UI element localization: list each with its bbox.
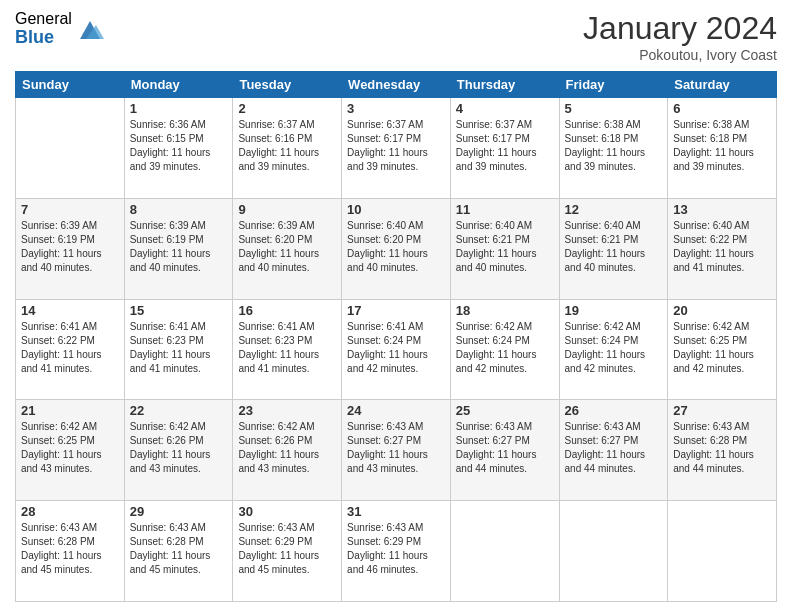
table-row: 4Sunrise: 6:37 AMSunset: 6:17 PMDaylight… [450, 98, 559, 199]
table-row: 8Sunrise: 6:39 AMSunset: 6:19 PMDaylight… [124, 198, 233, 299]
day-info: Sunrise: 6:37 AMSunset: 6:17 PMDaylight:… [456, 118, 554, 174]
table-row: 19Sunrise: 6:42 AMSunset: 6:24 PMDayligh… [559, 299, 668, 400]
day-info: Sunrise: 6:37 AMSunset: 6:17 PMDaylight:… [347, 118, 445, 174]
day-number: 22 [130, 403, 228, 418]
header-wednesday: Wednesday [342, 72, 451, 98]
day-number: 18 [456, 303, 554, 318]
day-info: Sunrise: 6:42 AMSunset: 6:24 PMDaylight:… [456, 320, 554, 376]
logo-icon [76, 15, 104, 43]
table-row: 22Sunrise: 6:42 AMSunset: 6:26 PMDayligh… [124, 400, 233, 501]
table-row: 21Sunrise: 6:42 AMSunset: 6:25 PMDayligh… [16, 400, 125, 501]
header-thursday: Thursday [450, 72, 559, 98]
month-title: January 2024 [583, 10, 777, 47]
day-info: Sunrise: 6:39 AMSunset: 6:19 PMDaylight:… [21, 219, 119, 275]
table-row [450, 501, 559, 602]
logo-text: General Blue [15, 10, 72, 47]
table-row: 13Sunrise: 6:40 AMSunset: 6:22 PMDayligh… [668, 198, 777, 299]
table-row: 31Sunrise: 6:43 AMSunset: 6:29 PMDayligh… [342, 501, 451, 602]
header-sunday: Sunday [16, 72, 125, 98]
day-info: Sunrise: 6:42 AMSunset: 6:26 PMDaylight:… [130, 420, 228, 476]
table-row: 25Sunrise: 6:43 AMSunset: 6:27 PMDayligh… [450, 400, 559, 501]
day-info: Sunrise: 6:43 AMSunset: 6:27 PMDaylight:… [347, 420, 445, 476]
day-info: Sunrise: 6:43 AMSunset: 6:29 PMDaylight:… [347, 521, 445, 577]
table-row [668, 501, 777, 602]
logo-blue: Blue [15, 28, 72, 48]
weekday-header-row: Sunday Monday Tuesday Wednesday Thursday… [16, 72, 777, 98]
table-row: 28Sunrise: 6:43 AMSunset: 6:28 PMDayligh… [16, 501, 125, 602]
table-row: 26Sunrise: 6:43 AMSunset: 6:27 PMDayligh… [559, 400, 668, 501]
day-info: Sunrise: 6:42 AMSunset: 6:25 PMDaylight:… [673, 320, 771, 376]
table-row: 12Sunrise: 6:40 AMSunset: 6:21 PMDayligh… [559, 198, 668, 299]
day-number: 10 [347, 202, 445, 217]
day-info: Sunrise: 6:43 AMSunset: 6:27 PMDaylight:… [456, 420, 554, 476]
table-row: 23Sunrise: 6:42 AMSunset: 6:26 PMDayligh… [233, 400, 342, 501]
day-number: 24 [347, 403, 445, 418]
day-number: 5 [565, 101, 663, 116]
table-row [16, 98, 125, 199]
calendar-week-row: 21Sunrise: 6:42 AMSunset: 6:25 PMDayligh… [16, 400, 777, 501]
day-number: 17 [347, 303, 445, 318]
header-monday: Monday [124, 72, 233, 98]
day-number: 2 [238, 101, 336, 116]
day-number: 23 [238, 403, 336, 418]
day-info: Sunrise: 6:42 AMSunset: 6:26 PMDaylight:… [238, 420, 336, 476]
day-number: 9 [238, 202, 336, 217]
day-info: Sunrise: 6:39 AMSunset: 6:19 PMDaylight:… [130, 219, 228, 275]
table-row: 16Sunrise: 6:41 AMSunset: 6:23 PMDayligh… [233, 299, 342, 400]
table-row: 9Sunrise: 6:39 AMSunset: 6:20 PMDaylight… [233, 198, 342, 299]
header-saturday: Saturday [668, 72, 777, 98]
day-info: Sunrise: 6:43 AMSunset: 6:28 PMDaylight:… [130, 521, 228, 577]
calendar-table: Sunday Monday Tuesday Wednesday Thursday… [15, 71, 777, 602]
calendar-week-row: 7Sunrise: 6:39 AMSunset: 6:19 PMDaylight… [16, 198, 777, 299]
day-info: Sunrise: 6:40 AMSunset: 6:22 PMDaylight:… [673, 219, 771, 275]
day-info: Sunrise: 6:38 AMSunset: 6:18 PMDaylight:… [673, 118, 771, 174]
calendar-week-row: 28Sunrise: 6:43 AMSunset: 6:28 PMDayligh… [16, 501, 777, 602]
day-number: 4 [456, 101, 554, 116]
day-info: Sunrise: 6:43 AMSunset: 6:28 PMDaylight:… [673, 420, 771, 476]
table-row: 10Sunrise: 6:40 AMSunset: 6:20 PMDayligh… [342, 198, 451, 299]
header-tuesday: Tuesday [233, 72, 342, 98]
day-info: Sunrise: 6:40 AMSunset: 6:21 PMDaylight:… [565, 219, 663, 275]
table-row: 24Sunrise: 6:43 AMSunset: 6:27 PMDayligh… [342, 400, 451, 501]
day-number: 21 [21, 403, 119, 418]
day-number: 28 [21, 504, 119, 519]
day-info: Sunrise: 6:41 AMSunset: 6:23 PMDaylight:… [238, 320, 336, 376]
page: General Blue January 2024 Pokoutou, Ivor… [0, 0, 792, 612]
location-subtitle: Pokoutou, Ivory Coast [583, 47, 777, 63]
day-info: Sunrise: 6:39 AMSunset: 6:20 PMDaylight:… [238, 219, 336, 275]
day-number: 25 [456, 403, 554, 418]
table-row: 5Sunrise: 6:38 AMSunset: 6:18 PMDaylight… [559, 98, 668, 199]
day-number: 26 [565, 403, 663, 418]
header: General Blue January 2024 Pokoutou, Ivor… [15, 10, 777, 63]
day-number: 3 [347, 101, 445, 116]
day-number: 7 [21, 202, 119, 217]
day-number: 11 [456, 202, 554, 217]
day-number: 14 [21, 303, 119, 318]
table-row: 20Sunrise: 6:42 AMSunset: 6:25 PMDayligh… [668, 299, 777, 400]
day-info: Sunrise: 6:40 AMSunset: 6:20 PMDaylight:… [347, 219, 445, 275]
day-info: Sunrise: 6:40 AMSunset: 6:21 PMDaylight:… [456, 219, 554, 275]
day-number: 8 [130, 202, 228, 217]
day-number: 19 [565, 303, 663, 318]
day-number: 16 [238, 303, 336, 318]
table-row: 6Sunrise: 6:38 AMSunset: 6:18 PMDaylight… [668, 98, 777, 199]
day-info: Sunrise: 6:41 AMSunset: 6:24 PMDaylight:… [347, 320, 445, 376]
table-row: 27Sunrise: 6:43 AMSunset: 6:28 PMDayligh… [668, 400, 777, 501]
table-row: 30Sunrise: 6:43 AMSunset: 6:29 PMDayligh… [233, 501, 342, 602]
calendar-week-row: 14Sunrise: 6:41 AMSunset: 6:22 PMDayligh… [16, 299, 777, 400]
day-number: 29 [130, 504, 228, 519]
day-number: 20 [673, 303, 771, 318]
table-row: 29Sunrise: 6:43 AMSunset: 6:28 PMDayligh… [124, 501, 233, 602]
day-number: 31 [347, 504, 445, 519]
day-info: Sunrise: 6:41 AMSunset: 6:23 PMDaylight:… [130, 320, 228, 376]
table-row: 11Sunrise: 6:40 AMSunset: 6:21 PMDayligh… [450, 198, 559, 299]
table-row: 3Sunrise: 6:37 AMSunset: 6:17 PMDaylight… [342, 98, 451, 199]
table-row: 1Sunrise: 6:36 AMSunset: 6:15 PMDaylight… [124, 98, 233, 199]
day-number: 12 [565, 202, 663, 217]
day-info: Sunrise: 6:43 AMSunset: 6:29 PMDaylight:… [238, 521, 336, 577]
day-info: Sunrise: 6:42 AMSunset: 6:24 PMDaylight:… [565, 320, 663, 376]
table-row: 14Sunrise: 6:41 AMSunset: 6:22 PMDayligh… [16, 299, 125, 400]
day-info: Sunrise: 6:42 AMSunset: 6:25 PMDaylight:… [21, 420, 119, 476]
day-number: 1 [130, 101, 228, 116]
table-row: 2Sunrise: 6:37 AMSunset: 6:16 PMDaylight… [233, 98, 342, 199]
